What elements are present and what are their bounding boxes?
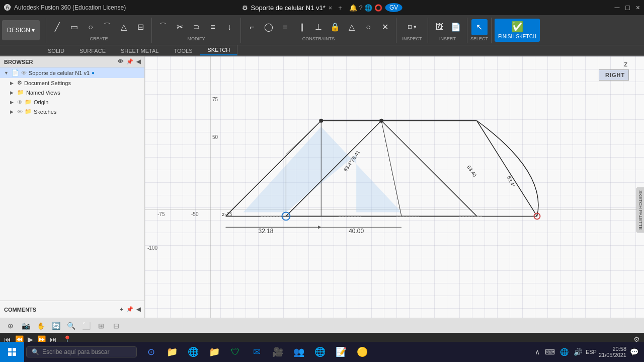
design-dropdown-button[interactable]: DESIGN ▾	[2, 20, 40, 40]
tab-surface[interactable]: SURFACE	[72, 46, 113, 55]
taskbar-clock[interactable]: 20:58 21/05/2021	[599, 346, 626, 358]
grid-snap-button[interactable]: ⊕	[4, 320, 17, 331]
taskbar-volume-icon[interactable]: 🔊	[572, 348, 584, 356]
finish-sketch-button[interactable]: ✅ FINISH SKETCH	[495, 19, 540, 42]
taskbar-network-icon[interactable]: 🌐	[558, 348, 570, 356]
slot-tool-button[interactable]: ⊟	[132, 19, 148, 35]
tab-tools[interactable]: TOOLS	[166, 46, 200, 55]
view-cube[interactable]: Z RIGHT	[599, 61, 629, 92]
tangent-button[interactable]: ○	[360, 19, 376, 35]
project-button[interactable]: ↓	[221, 19, 237, 35]
orbit-button[interactable]: 🔄	[49, 320, 62, 331]
browser-item-origin[interactable]: ▶ 👁 📁 Origin	[0, 97, 144, 107]
offset-button[interactable]: ⊃	[188, 19, 204, 35]
insert-dxf-button[interactable]: 📄	[448, 19, 464, 35]
comments-collapse-icon[interactable]: ◀	[136, 306, 140, 313]
browser-item-sketches[interactable]: ▶ 👁 📁 Sketches	[0, 107, 144, 116]
constraint-tools: ⌐ ◯ = ∥ ⊥ 🔒 △ ○ ✕	[244, 19, 393, 35]
dimension-button[interactable]: △	[344, 19, 360, 35]
inspect-button[interactable]: ⊡ ▾	[399, 19, 425, 35]
perp-button[interactable]: ⊥	[310, 19, 327, 35]
browser-item-doc-settings[interactable]: ▶ ⚙ Document Settings	[0, 78, 144, 88]
taskbar-search[interactable]: 🔍 Escribe aquí para buscar	[26, 346, 137, 357]
display-mode-button[interactable]: ⊞	[95, 320, 108, 331]
circle-tool-button[interactable]: ○	[83, 19, 99, 35]
taskbar-icon-word[interactable]: 📝	[331, 342, 351, 362]
browser-root-item[interactable]: ▼ 📄 👁 Soporte de celular N1 v1 ●	[0, 67, 144, 78]
canvas-area[interactable]: 75 50 -75 -50 -25 -100	[145, 56, 644, 318]
taskbar-icon-chrome[interactable]: 🌐	[310, 342, 330, 362]
browser-title: BROWSER	[4, 59, 33, 65]
taskbar-notification-icon[interactable]: 💬	[628, 348, 640, 356]
browser-eye-icon[interactable]: 👁	[118, 58, 123, 65]
browser-item-named-views[interactable]: ▶ 📁 Named Views	[0, 88, 144, 97]
taskbar-icon-edge[interactable]: 🌐	[183, 342, 203, 362]
taskbar-up-arrow-icon[interactable]: ∧	[533, 348, 541, 356]
taskbar-icon-mail[interactable]: ✉	[247, 342, 267, 362]
browser-collapse-icon[interactable]: ◀	[136, 58, 140, 65]
origin-eye: 👁	[17, 99, 23, 105]
svg-point-22	[379, 119, 383, 123]
toolbar-group-inspect: ⊡ ▾ INSPECT	[399, 19, 425, 41]
tab-sketch[interactable]: SKETCH	[200, 45, 237, 55]
toolbar-separator-1	[46, 18, 46, 43]
zoom-button[interactable]: 🔍	[64, 320, 77, 331]
fit-view-button[interactable]: ⬜	[79, 320, 93, 331]
select-tools: ↖	[471, 19, 488, 35]
comments-pin-icon[interactable]: 📌	[126, 306, 133, 313]
tab-solid[interactable]: SOLID	[40, 46, 72, 55]
named-views-arrow: ▶	[10, 90, 15, 95]
sketch-drawing: 32.18 40.00 63.4°76.41 63.40 63.4° 2	[145, 56, 644, 318]
comments-add-icon[interactable]: +	[120, 306, 123, 313]
nav-icons: 🔔 ? 🌐 ⭕	[349, 4, 382, 12]
fillet-button[interactable]: ⌒	[155, 19, 171, 35]
sketch-palette-handle[interactable]: SKETCH PALETTE	[636, 187, 644, 233]
poly-tool-button[interactable]: △	[116, 19, 132, 35]
rect-tool-button[interactable]: ▭	[66, 19, 82, 35]
taskbar-icon-fusion[interactable]: 🟡	[352, 342, 372, 362]
close-button[interactable]: ×	[636, 4, 640, 12]
start-button[interactable]	[0, 342, 24, 362]
insert-tools: 🖼 📄	[431, 19, 464, 35]
taskbar-icon-files[interactable]: 📁	[204, 342, 224, 362]
insert-image-button[interactable]: 🖼	[431, 19, 447, 35]
camera-button[interactable]: 📷	[19, 320, 32, 331]
user-avatar[interactable]: GV	[385, 3, 402, 12]
taskbar-icon-explorer[interactable]: 📁	[162, 342, 182, 362]
toolbar-separator-3	[240, 18, 241, 43]
create-tools: ╱ ▭ ○ ⌒ △ ⊟	[49, 19, 148, 35]
minimize-button[interactable]: ─	[614, 4, 619, 12]
titlebar-left: 🅐 Autodesk Fusion 360 (Education License…	[4, 4, 126, 12]
arc-tool-button[interactable]: ⌒	[99, 19, 115, 35]
line-tool-button[interactable]: ╱	[49, 19, 65, 35]
pan-button[interactable]: ✋	[34, 320, 47, 331]
taskbar-keyboard-icon[interactable]: ⌨	[543, 348, 556, 356]
maximize-button[interactable]: □	[625, 4, 629, 12]
tab-sheet-metal[interactable]: SHEET METAL	[113, 46, 166, 55]
fix-button[interactable]: ✕	[377, 19, 393, 35]
insert-group-label: INSERT	[439, 36, 456, 41]
tab-close-icon[interactable]: ×	[329, 4, 333, 12]
taskbar-icon-cortana[interactable]: ⊙	[141, 342, 161, 362]
taskbar-icon-zoom[interactable]: 🎥	[268, 342, 288, 362]
colinear-button[interactable]: ◯	[261, 19, 277, 35]
taskbar-pinned-icons: ⊙ 📁 🌐 📁 🛡 ✉ 🎥 👥 🌐 📝 🟡	[141, 342, 372, 362]
search-icon: 🔍	[32, 348, 39, 355]
browser-pin-icon[interactable]: 📌	[126, 58, 133, 65]
grid-settings-button[interactable]: ⊟	[110, 320, 123, 331]
comments-title: COMMENTS	[4, 307, 36, 313]
select-button[interactable]: ↖	[471, 19, 488, 35]
taskbar-icon-security[interactable]: 🛡	[225, 342, 246, 362]
equal-button[interactable]: =	[277, 19, 293, 35]
viewcube-label[interactable]: RIGHT	[599, 69, 629, 81]
trim-button[interactable]: ✂	[172, 19, 188, 35]
comments-icons: + 📌 ◀	[120, 306, 140, 313]
mirror-button[interactable]: ≡	[205, 19, 221, 35]
parallel-button[interactable]: ∥	[294, 19, 310, 35]
lock-button[interactable]: 🔒	[327, 19, 343, 35]
toolbar: DESIGN ▾ ╱ ▭ ○ ⌒ △ ⊟ CREATE ⌒ ✂ ⊃ ≡ ↓ MO…	[0, 15, 644, 45]
tab-add-icon[interactable]: +	[338, 4, 342, 12]
coincident-button[interactable]: ⌐	[244, 19, 260, 35]
taskbar-icon-teams[interactable]: 👥	[289, 342, 309, 362]
app-icon: 🅐	[4, 4, 11, 12]
